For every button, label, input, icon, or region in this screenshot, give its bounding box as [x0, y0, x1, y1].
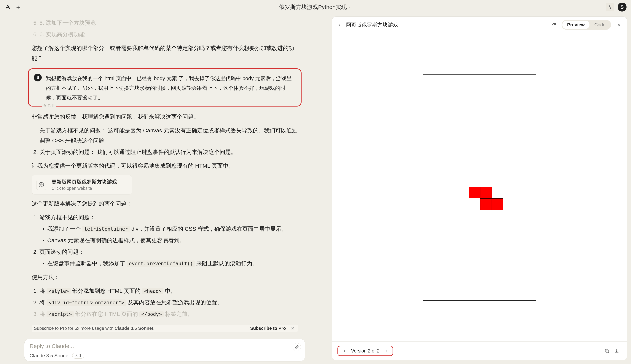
copy-button[interactable]	[602, 348, 612, 354]
svg-point-3	[610, 8, 611, 8]
code-inline: <head>	[142, 288, 163, 294]
code-inline: <style>	[47, 288, 71, 294]
list-item: 我添加了一个 tetrisContainer div，并设置了相应的 CSS 样…	[47, 224, 298, 234]
list-item: 在键盘事件监听器中，我添加了 event.preventDefault() 来阻…	[47, 258, 298, 268]
list-item: 将 <style> 部分添加到您 HTML 页面的 <head> 中。	[40, 286, 298, 296]
list-item: 关于页面滚动的问题： 我们可以通过阻止键盘事件的默认行为来解决这个问题。	[40, 147, 298, 157]
reply-placeholder: Reply to Claude...	[30, 343, 300, 349]
assistant-text: 非常感谢您的反馈。我理解您遇到的问题，我们来解决这两个问题。	[32, 112, 298, 122]
prev-version-button[interactable]	[342, 349, 346, 353]
list-item: 游戏方框不见的问题： 我添加了一个 tetrisContainer div，并设…	[40, 212, 298, 246]
list-item: 6. 实现高分榜功能	[40, 29, 298, 40]
svg-point-1	[609, 6, 610, 6]
token-badge[interactable]: 1	[72, 353, 84, 358]
artifact-preview	[332, 33, 627, 342]
edit-message-button[interactable]: ✎ Edit	[42, 104, 56, 108]
next-version-button[interactable]	[384, 349, 388, 353]
artifact-title: 更新版网页版俄罗斯方块游戏	[52, 178, 117, 185]
list-item: 将 <div id="tetrisContainer"> 及其内容放在您希望游戏…	[40, 298, 298, 308]
list-item: 页面滚动的问题： 在键盘事件监听器中，我添加了 event.preventDef…	[40, 247, 298, 268]
new-chat-button[interactable]: ＋	[15, 4, 22, 10]
code-inline: <script>	[47, 311, 74, 317]
list-item: 将 <script> 部分放在您 HTML 页面的 </body> 标签之前。	[40, 309, 298, 319]
assistant-text: 让我为您提供一个更新版本的代码，可以很容易地集成到您现有的 HTML 页面中。	[32, 161, 298, 171]
list-item: 关于游戏方框不见的问题： 这可能是因为 Canvas 元素没有正确定位或者样式丢…	[40, 126, 298, 146]
download-button[interactable]	[612, 348, 621, 354]
user-message: S 我想把游戏放在我的一个 html 页面中，已经有 body 元素 了，我去掉…	[28, 68, 302, 106]
version-selector: Version 2 of 2	[337, 346, 393, 356]
assistant-text: 这个更新版本解决了您提到的两个问题：	[32, 198, 298, 208]
assistant-text: 您想了解这个实现的哪个部分，或者需要我解释代码的某个特定部分吗？或者您有什么想要…	[32, 43, 298, 63]
subscribe-banner: Subscribe to Pro for 5x more usage with …	[32, 324, 298, 332]
version-label: Version 2 of 2	[351, 348, 379, 354]
attach-button[interactable]	[293, 343, 301, 351]
settings-button[interactable]	[606, 3, 614, 11]
code-inline: tetrisContainer	[82, 226, 130, 232]
back-button[interactable]	[337, 22, 342, 28]
close-icon[interactable]: ✕	[290, 326, 296, 331]
anthropic-logo[interactable]	[5, 4, 11, 10]
code-inline: </body>	[139, 311, 164, 317]
list-item: 5. 添加下一个方块预览	[40, 18, 298, 28]
chevron-down-icon: ⌄	[349, 5, 352, 10]
list-item: Canvas 元素现在有明确的边框样式，使其更容易看到。	[47, 235, 298, 246]
globe-icon	[36, 180, 46, 190]
tab-code[interactable]: Code	[589, 21, 610, 29]
assistant-text: 使用方法：	[32, 272, 298, 282]
user-avatar[interactable]: S	[617, 2, 626, 12]
tab-preview[interactable]: Preview	[562, 21, 590, 29]
code-inline: event.preventDefault()	[127, 260, 195, 267]
close-icon[interactable]	[615, 22, 622, 27]
conversation-title-dropdown[interactable]: 俄罗斯方块游戏Python实现 ⌄	[279, 3, 352, 11]
user-avatar-small: S	[34, 74, 42, 82]
reload-button[interactable]	[550, 22, 557, 27]
artifact-title: 网页版俄罗斯方块游戏	[346, 22, 398, 28]
artifact-card[interactable]: 更新版网页版俄罗斯方块游戏 Click to open website	[32, 175, 132, 194]
conversation-title: 俄罗斯方块游戏Python实现	[279, 3, 347, 11]
preview-code-toggle: Preview Code	[562, 20, 611, 30]
tetris-canvas[interactable]	[423, 74, 536, 300]
svg-point-5	[76, 355, 77, 356]
reply-box[interactable]: Reply to Claude... Claude 3.5 Sonnet 1	[24, 339, 305, 362]
subscribe-link[interactable]: Subscribe to Pro	[250, 326, 286, 331]
model-label[interactable]: Claude 3.5 Sonnet	[30, 353, 70, 358]
svg-rect-6	[606, 350, 609, 353]
artifact-subtitle: Click to open website	[52, 186, 117, 191]
user-message-text: 我想把游戏放在我的一个 html 页面中，已经有 body 元素 了，我去掉了你…	[46, 74, 296, 102]
code-inline: <div id="tetrisContainer">	[47, 300, 126, 306]
